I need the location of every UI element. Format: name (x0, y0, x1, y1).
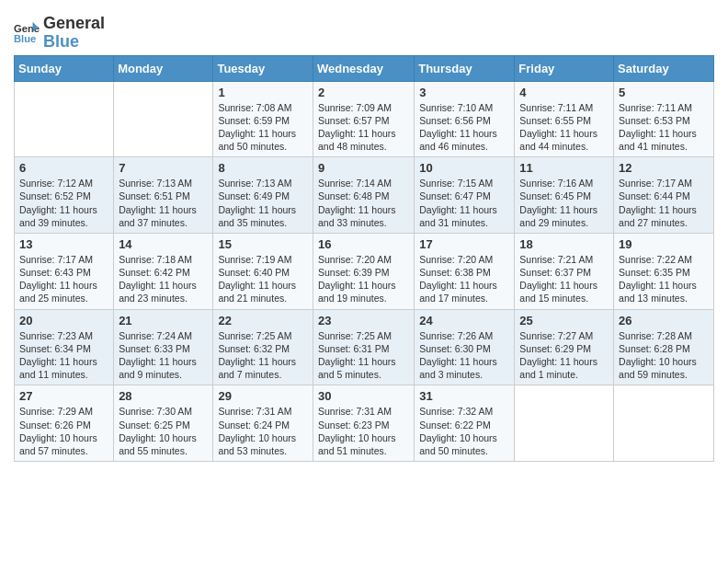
day-info: Sunrise: 7:09 AM Sunset: 6:57 PM Dayligh… (318, 101, 409, 154)
day-info: Sunrise: 7:18 AM Sunset: 6:42 PM Dayligh… (119, 253, 208, 305)
calendar-cell: 12Sunrise: 7:17 AM Sunset: 6:44 PM Dayli… (614, 157, 714, 234)
calendar-cell: 30Sunrise: 7:31 AM Sunset: 6:23 PM Dayli… (313, 385, 414, 462)
day-info: Sunrise: 7:08 AM Sunset: 6:59 PM Dayligh… (218, 101, 308, 154)
day-number: 4 (519, 86, 609, 99)
calendar-cell: 3Sunrise: 7:10 AM Sunset: 6:56 PM Daylig… (415, 81, 515, 157)
day-info: Sunrise: 7:31 AM Sunset: 6:24 PM Dayligh… (218, 405, 308, 457)
calendar-cell: 13Sunrise: 7:17 AM Sunset: 6:43 PM Dayli… (15, 233, 114, 309)
day-info: Sunrise: 7:27 AM Sunset: 6:29 PM Dayligh… (519, 329, 609, 382)
calendar-cell: 21Sunrise: 7:24 AM Sunset: 6:33 PM Dayli… (114, 309, 213, 385)
day-info: Sunrise: 7:28 AM Sunset: 6:28 PM Dayligh… (619, 329, 709, 382)
calendar-cell: 24Sunrise: 7:26 AM Sunset: 6:30 PM Dayli… (415, 309, 515, 385)
day-info: Sunrise: 7:32 AM Sunset: 6:22 PM Dayligh… (419, 405, 509, 457)
day-number: 31 (419, 389, 509, 403)
day-number: 18 (519, 237, 609, 251)
calendar-cell: 22Sunrise: 7:25 AM Sunset: 6:32 PM Dayli… (213, 309, 313, 385)
day-info: Sunrise: 7:13 AM Sunset: 6:49 PM Dayligh… (218, 177, 308, 229)
day-number: 27 (19, 389, 108, 403)
day-header-saturday: Saturday (614, 55, 714, 81)
day-header-tuesday: Tuesday (213, 55, 313, 81)
day-number: 12 (619, 161, 709, 175)
calendar-cell: 14Sunrise: 7:18 AM Sunset: 6:42 PM Dayli… (114, 233, 213, 309)
day-number: 23 (318, 314, 409, 327)
day-number: 29 (218, 389, 308, 403)
day-info: Sunrise: 7:25 AM Sunset: 6:31 PM Dayligh… (318, 329, 409, 382)
calendar-cell: 26Sunrise: 7:28 AM Sunset: 6:28 PM Dayli… (614, 309, 714, 385)
calendar-header: SundayMondayTuesdayWednesdayThursdayFrid… (15, 55, 714, 81)
day-number: 10 (419, 161, 509, 175)
day-info: Sunrise: 7:17 AM Sunset: 6:44 PM Dayligh… (619, 177, 709, 229)
day-number: 6 (19, 161, 108, 175)
day-number: 7 (119, 161, 208, 175)
calendar-cell: 10Sunrise: 7:15 AM Sunset: 6:47 PM Dayli… (415, 157, 515, 234)
day-number: 9 (318, 161, 409, 175)
calendar-table: SundayMondayTuesdayWednesdayThursdayFrid… (14, 55, 714, 462)
day-info: Sunrise: 7:12 AM Sunset: 6:52 PM Dayligh… (19, 177, 108, 229)
day-info: Sunrise: 7:22 AM Sunset: 6:35 PM Dayligh… (619, 253, 709, 305)
day-number: 13 (19, 237, 108, 251)
calendar-cell (15, 81, 114, 157)
day-info: Sunrise: 7:30 AM Sunset: 6:25 PM Dayligh… (119, 405, 208, 457)
day-number: 15 (218, 237, 308, 251)
day-info: Sunrise: 7:21 AM Sunset: 6:37 PM Dayligh… (519, 253, 609, 305)
calendar-cell: 1Sunrise: 7:08 AM Sunset: 6:59 PM Daylig… (213, 81, 313, 157)
calendar-cell: 29Sunrise: 7:31 AM Sunset: 6:24 PM Dayli… (213, 385, 313, 462)
day-header-wednesday: Wednesday (313, 55, 414, 81)
day-info: Sunrise: 7:16 AM Sunset: 6:45 PM Dayligh… (519, 177, 609, 229)
calendar-cell: 5Sunrise: 7:11 AM Sunset: 6:53 PM Daylig… (614, 81, 714, 157)
calendar-cell: 20Sunrise: 7:23 AM Sunset: 6:34 PM Dayli… (15, 309, 114, 385)
week-row-4: 20Sunrise: 7:23 AM Sunset: 6:34 PM Dayli… (15, 309, 714, 385)
day-number: 25 (519, 314, 609, 327)
day-number: 30 (318, 389, 409, 403)
day-info: Sunrise: 7:31 AM Sunset: 6:23 PM Dayligh… (318, 405, 409, 457)
day-number: 8 (218, 161, 308, 175)
day-info: Sunrise: 7:29 AM Sunset: 6:26 PM Dayligh… (19, 405, 108, 457)
calendar-cell: 17Sunrise: 7:20 AM Sunset: 6:38 PM Dayli… (415, 233, 515, 309)
calendar-cell: 8Sunrise: 7:13 AM Sunset: 6:49 PM Daylig… (213, 157, 313, 234)
day-info: Sunrise: 7:20 AM Sunset: 6:38 PM Dayligh… (419, 253, 509, 305)
svg-text:Blue: Blue (14, 33, 36, 44)
logo-text: GeneralBlue (43, 15, 105, 52)
day-number: 28 (119, 389, 208, 403)
day-info: Sunrise: 7:11 AM Sunset: 6:53 PM Dayligh… (619, 101, 709, 154)
calendar-cell: 28Sunrise: 7:30 AM Sunset: 6:25 PM Dayli… (114, 385, 213, 462)
day-number: 19 (619, 237, 709, 251)
day-info: Sunrise: 7:23 AM Sunset: 6:34 PM Dayligh… (19, 329, 108, 382)
header-row: SundayMondayTuesdayWednesdayThursdayFrid… (15, 55, 714, 81)
day-number: 3 (419, 86, 509, 99)
calendar-cell: 6Sunrise: 7:12 AM Sunset: 6:52 PM Daylig… (15, 157, 114, 234)
calendar-body: 1Sunrise: 7:08 AM Sunset: 6:59 PM Daylig… (15, 81, 714, 461)
calendar-cell: 18Sunrise: 7:21 AM Sunset: 6:37 PM Dayli… (515, 233, 614, 309)
day-info: Sunrise: 7:20 AM Sunset: 6:39 PM Dayligh… (318, 253, 409, 305)
day-info: Sunrise: 7:17 AM Sunset: 6:43 PM Dayligh… (19, 253, 108, 305)
day-number: 17 (419, 237, 509, 251)
day-number: 20 (19, 314, 108, 327)
week-row-2: 6Sunrise: 7:12 AM Sunset: 6:52 PM Daylig… (15, 157, 714, 234)
day-number: 1 (218, 86, 308, 99)
day-number: 2 (318, 86, 409, 99)
calendar-cell: 2Sunrise: 7:09 AM Sunset: 6:57 PM Daylig… (313, 81, 414, 157)
calendar-cell: 16Sunrise: 7:20 AM Sunset: 6:39 PM Dayli… (313, 233, 414, 309)
day-header-monday: Monday (114, 55, 213, 81)
calendar-cell: 11Sunrise: 7:16 AM Sunset: 6:45 PM Dayli… (515, 157, 614, 234)
calendar-cell (614, 385, 714, 462)
week-row-1: 1Sunrise: 7:08 AM Sunset: 6:59 PM Daylig… (15, 81, 714, 157)
calendar-cell: 9Sunrise: 7:14 AM Sunset: 6:48 PM Daylig… (313, 157, 414, 234)
calendar-cell: 4Sunrise: 7:11 AM Sunset: 6:55 PM Daylig… (515, 81, 614, 157)
day-info: Sunrise: 7:24 AM Sunset: 6:33 PM Dayligh… (119, 329, 208, 382)
calendar-cell (114, 81, 213, 157)
day-header-friday: Friday (515, 55, 614, 81)
day-number: 22 (218, 314, 308, 327)
calendar-cell: 27Sunrise: 7:29 AM Sunset: 6:26 PM Dayli… (15, 385, 114, 462)
calendar-cell: 31Sunrise: 7:32 AM Sunset: 6:22 PM Dayli… (415, 385, 515, 462)
day-info: Sunrise: 7:14 AM Sunset: 6:48 PM Dayligh… (318, 177, 409, 229)
header: General Blue GeneralBlue (14, 9, 714, 52)
logo-icon: General Blue (14, 20, 40, 46)
day-info: Sunrise: 7:10 AM Sunset: 6:56 PM Dayligh… (419, 101, 509, 154)
day-info: Sunrise: 7:26 AM Sunset: 6:30 PM Dayligh… (419, 329, 509, 382)
calendar-cell: 23Sunrise: 7:25 AM Sunset: 6:31 PM Dayli… (313, 309, 414, 385)
calendar-cell: 19Sunrise: 7:22 AM Sunset: 6:35 PM Dayli… (614, 233, 714, 309)
week-row-3: 13Sunrise: 7:17 AM Sunset: 6:43 PM Dayli… (15, 233, 714, 309)
day-info: Sunrise: 7:11 AM Sunset: 6:55 PM Dayligh… (519, 101, 609, 154)
calendar-cell: 15Sunrise: 7:19 AM Sunset: 6:40 PM Dayli… (213, 233, 313, 309)
